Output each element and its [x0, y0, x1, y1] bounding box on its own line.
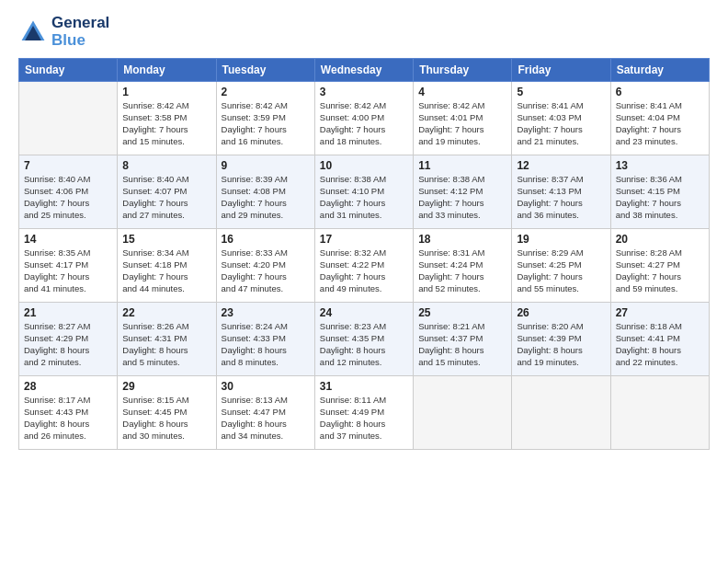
day-number: 7: [24, 159, 112, 172]
day-number: 20: [616, 233, 704, 246]
day-number: 5: [517, 86, 605, 98]
calendar-cell: [512, 376, 610, 450]
calendar-cell: 23Sunrise: 8:24 AM Sunset: 4:33 PM Dayli…: [216, 303, 314, 376]
calendar-cell: 19Sunrise: 8:29 AM Sunset: 4:25 PM Dayli…: [512, 229, 610, 303]
day-info: Sunrise: 8:17 AM Sunset: 4:43 PM Dayligh…: [24, 395, 112, 442]
day-info: Sunrise: 8:27 AM Sunset: 4:29 PM Dayligh…: [24, 321, 112, 368]
day-info: Sunrise: 8:36 AM Sunset: 4:15 PM Dayligh…: [616, 174, 704, 221]
day-info: Sunrise: 8:40 AM Sunset: 4:06 PM Dayligh…: [24, 174, 112, 221]
day-number: 15: [122, 233, 210, 246]
week-row-5: 28Sunrise: 8:17 AM Sunset: 4:43 PM Dayli…: [19, 376, 710, 450]
day-number: 10: [320, 159, 408, 172]
day-number: 30: [222, 380, 310, 393]
calendar-cell: 17Sunrise: 8:32 AM Sunset: 4:22 PM Dayli…: [314, 229, 413, 303]
day-info: Sunrise: 8:42 AM Sunset: 3:59 PM Dayligh…: [222, 100, 310, 147]
day-info: Sunrise: 8:41 AM Sunset: 4:04 PM Dayligh…: [616, 100, 704, 147]
calendar-cell: 10Sunrise: 8:38 AM Sunset: 4:10 PM Dayli…: [314, 155, 413, 229]
day-info: Sunrise: 8:32 AM Sunset: 4:22 PM Dayligh…: [320, 247, 408, 294]
day-info: Sunrise: 8:23 AM Sunset: 4:35 PM Dayligh…: [320, 321, 408, 368]
day-info: Sunrise: 8:20 AM Sunset: 4:39 PM Dayligh…: [517, 321, 605, 368]
day-number: 11: [418, 159, 506, 172]
day-info: Sunrise: 8:18 AM Sunset: 4:41 PM Dayligh…: [616, 321, 704, 368]
calendar-cell: 25Sunrise: 8:21 AM Sunset: 4:37 PM Dayli…: [414, 303, 512, 376]
day-number: 19: [517, 233, 605, 246]
col-header-thursday: Thursday: [414, 59, 512, 82]
day-number: 25: [418, 306, 506, 319]
day-number: 8: [122, 159, 210, 172]
day-number: 17: [320, 233, 408, 246]
logo: General Blue: [18, 15, 109, 49]
day-number: 21: [24, 306, 112, 319]
day-info: Sunrise: 8:15 AM Sunset: 4:45 PM Dayligh…: [122, 395, 210, 442]
calendar-cell: 26Sunrise: 8:20 AM Sunset: 4:39 PM Dayli…: [512, 303, 610, 376]
day-info: Sunrise: 8:42 AM Sunset: 4:01 PM Dayligh…: [418, 100, 506, 147]
calendar-cell: 27Sunrise: 8:18 AM Sunset: 4:41 PM Dayli…: [610, 303, 709, 376]
calendar-cell: 29Sunrise: 8:15 AM Sunset: 4:45 PM Dayli…: [118, 376, 216, 450]
day-info: Sunrise: 8:11 AM Sunset: 4:49 PM Dayligh…: [320, 395, 408, 442]
calendar-cell: 6Sunrise: 8:41 AM Sunset: 4:04 PM Daylig…: [610, 82, 709, 155]
calendar-cell: [414, 376, 512, 450]
calendar-cell: 24Sunrise: 8:23 AM Sunset: 4:35 PM Dayli…: [314, 303, 413, 376]
day-info: Sunrise: 8:38 AM Sunset: 4:12 PM Dayligh…: [418, 174, 506, 221]
calendar-cell: 15Sunrise: 8:34 AM Sunset: 4:18 PM Dayli…: [118, 229, 216, 303]
calendar-cell: 30Sunrise: 8:13 AM Sunset: 4:47 PM Dayli…: [216, 376, 314, 450]
calendar-cell: 3Sunrise: 8:42 AM Sunset: 4:00 PM Daylig…: [314, 82, 413, 155]
col-header-saturday: Saturday: [610, 59, 709, 82]
day-number: 4: [418, 86, 506, 98]
day-number: 9: [222, 159, 310, 172]
week-row-2: 7Sunrise: 8:40 AM Sunset: 4:06 PM Daylig…: [19, 155, 710, 229]
day-number: 29: [122, 380, 210, 393]
col-header-sunday: Sunday: [19, 59, 118, 82]
col-header-monday: Monday: [118, 59, 216, 82]
calendar-cell: 14Sunrise: 8:35 AM Sunset: 4:17 PM Dayli…: [19, 229, 118, 303]
week-row-3: 14Sunrise: 8:35 AM Sunset: 4:17 PM Dayli…: [19, 229, 710, 303]
day-number: 6: [616, 86, 704, 98]
logo-text: General Blue: [51, 15, 109, 49]
calendar-cell: 4Sunrise: 8:42 AM Sunset: 4:01 PM Daylig…: [414, 82, 512, 155]
calendar-cell: 7Sunrise: 8:40 AM Sunset: 4:06 PM Daylig…: [19, 155, 118, 229]
day-info: Sunrise: 8:42 AM Sunset: 3:58 PM Dayligh…: [122, 100, 210, 147]
day-info: Sunrise: 8:37 AM Sunset: 4:13 PM Dayligh…: [517, 174, 605, 221]
day-info: Sunrise: 8:31 AM Sunset: 4:24 PM Dayligh…: [418, 247, 506, 294]
calendar-cell: 13Sunrise: 8:36 AM Sunset: 4:15 PM Dayli…: [610, 155, 709, 229]
day-info: Sunrise: 8:40 AM Sunset: 4:07 PM Dayligh…: [122, 174, 210, 221]
day-number: 24: [320, 306, 408, 319]
day-info: Sunrise: 8:42 AM Sunset: 4:00 PM Dayligh…: [320, 100, 408, 147]
calendar-table: SundayMondayTuesdayWednesdayThursdayFrid…: [18, 58, 710, 450]
day-number: 27: [616, 306, 704, 319]
day-info: Sunrise: 8:41 AM Sunset: 4:03 PM Dayligh…: [517, 100, 605, 147]
day-number: 28: [24, 380, 112, 393]
calendar-cell: 28Sunrise: 8:17 AM Sunset: 4:43 PM Dayli…: [19, 376, 118, 450]
day-info: Sunrise: 8:28 AM Sunset: 4:27 PM Dayligh…: [616, 247, 704, 294]
day-info: Sunrise: 8:24 AM Sunset: 4:33 PM Dayligh…: [222, 321, 310, 368]
calendar-cell: 5Sunrise: 8:41 AM Sunset: 4:03 PM Daylig…: [512, 82, 610, 155]
day-info: Sunrise: 8:34 AM Sunset: 4:18 PM Dayligh…: [122, 247, 210, 294]
calendar-cell: 16Sunrise: 8:33 AM Sunset: 4:20 PM Dayli…: [216, 229, 314, 303]
calendar-cell: [19, 82, 118, 155]
day-info: Sunrise: 8:39 AM Sunset: 4:08 PM Dayligh…: [222, 174, 310, 221]
day-number: 23: [222, 306, 310, 319]
week-row-1: 1Sunrise: 8:42 AM Sunset: 3:58 PM Daylig…: [19, 82, 710, 155]
day-number: 16: [222, 233, 310, 246]
calendar-cell: 31Sunrise: 8:11 AM Sunset: 4:49 PM Dayli…: [314, 376, 413, 450]
day-number: 1: [122, 86, 210, 98]
day-info: Sunrise: 8:29 AM Sunset: 4:25 PM Dayligh…: [517, 247, 605, 294]
day-number: 2: [222, 86, 310, 98]
day-number: 22: [122, 306, 210, 319]
day-info: Sunrise: 8:21 AM Sunset: 4:37 PM Dayligh…: [418, 321, 506, 368]
page: General Blue SundayMondayTuesdayWednesda…: [0, 0, 728, 563]
calendar-cell: 12Sunrise: 8:37 AM Sunset: 4:13 PM Dayli…: [512, 155, 610, 229]
col-header-tuesday: Tuesday: [216, 59, 314, 82]
calendar-cell: 1Sunrise: 8:42 AM Sunset: 3:58 PM Daylig…: [118, 82, 216, 155]
day-info: Sunrise: 8:35 AM Sunset: 4:17 PM Dayligh…: [24, 247, 112, 294]
day-info: Sunrise: 8:26 AM Sunset: 4:31 PM Dayligh…: [122, 321, 210, 368]
day-number: 13: [616, 159, 704, 172]
calendar-header-row: SundayMondayTuesdayWednesdayThursdayFrid…: [19, 59, 710, 82]
calendar-cell: 2Sunrise: 8:42 AM Sunset: 3:59 PM Daylig…: [216, 82, 314, 155]
calendar-cell: [610, 376, 709, 450]
day-number: 14: [24, 233, 112, 246]
week-row-4: 21Sunrise: 8:27 AM Sunset: 4:29 PM Dayli…: [19, 303, 710, 376]
day-info: Sunrise: 8:13 AM Sunset: 4:47 PM Dayligh…: [222, 395, 310, 442]
calendar-cell: 18Sunrise: 8:31 AM Sunset: 4:24 PM Dayli…: [414, 229, 512, 303]
day-info: Sunrise: 8:38 AM Sunset: 4:10 PM Dayligh…: [320, 174, 408, 221]
